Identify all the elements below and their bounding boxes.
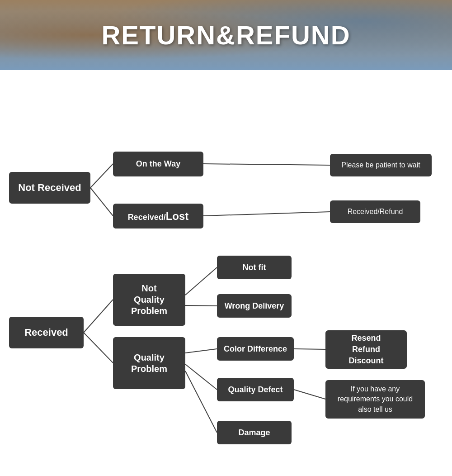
header-banner: RETURN&REFUND [0, 0, 452, 70]
svg-line-7 [185, 305, 217, 306]
lost-text: Lost [166, 210, 189, 222]
quality-problem-node: Quality Problem [113, 337, 185, 389]
svg-line-0 [90, 164, 113, 188]
please-wait-node: Please be patient to wait [330, 154, 432, 176]
svg-line-12 [294, 390, 325, 399]
svg-line-1 [90, 188, 113, 216]
not-received-node: Not Received [9, 172, 90, 204]
quality-defect-node: Quality Defect [217, 378, 294, 401]
received-node: Received [9, 317, 84, 348]
damage-node: Damage [217, 421, 292, 444]
page-title: RETURN&REFUND [101, 20, 350, 50]
svg-line-9 [185, 364, 217, 390]
if-you-have-node: If you have any requirements you could a… [325, 380, 425, 419]
on-the-way-node: On the Way [113, 152, 203, 176]
resend-box-node: Resend Refund Discount [325, 330, 407, 369]
svg-line-8 [185, 349, 217, 353]
svg-line-2 [203, 164, 330, 165]
svg-line-11 [294, 349, 325, 349]
svg-line-5 [84, 333, 113, 363]
not-fit-node: Not fit [217, 256, 292, 279]
wrong-delivery-node: Wrong Delivery [217, 294, 292, 318]
color-difference-node: Color Difference [217, 337, 294, 361]
flowchart: Not Received On the Way Received/Lost Pl… [9, 84, 443, 455]
received-refund-node: Received/Refund [330, 200, 420, 223]
not-quality-node: Not Quality Problem [113, 274, 185, 326]
svg-line-3 [203, 212, 330, 216]
svg-line-4 [84, 300, 113, 333]
received-lost-node: Received/Lost [113, 204, 203, 228]
svg-line-6 [185, 267, 217, 295]
diagram-area: Not Received On the Way Received/Lost Pl… [0, 70, 452, 464]
svg-line-10 [185, 371, 217, 433]
